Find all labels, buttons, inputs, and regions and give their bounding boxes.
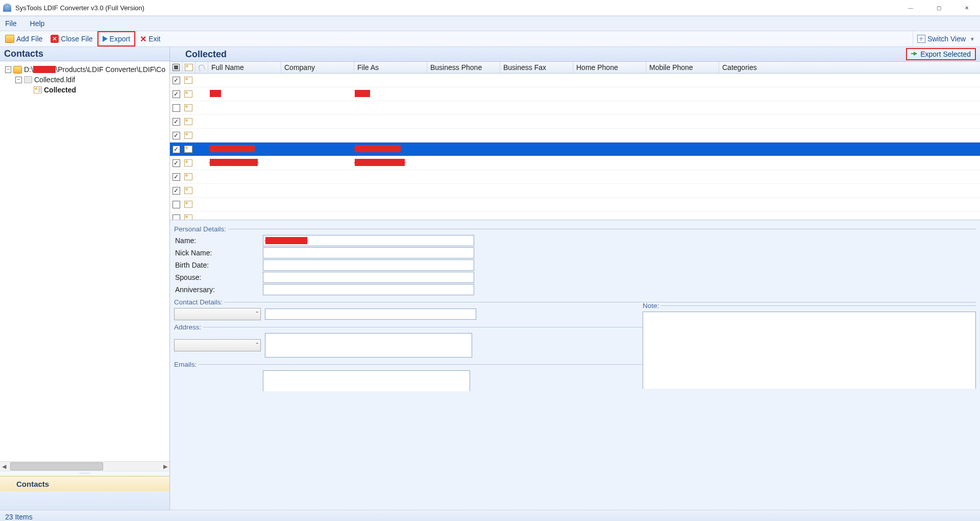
folder-tree[interactable]: − D:\\Products\LDIF Converter\LDIF\Co − …	[0, 61, 169, 461]
row-checkbox[interactable]	[170, 77, 182, 84]
menu-file[interactable]: File	[5, 19, 17, 28]
split-grabber[interactable]	[0, 471, 169, 476]
maximize-button[interactable]: ▢	[933, 3, 945, 13]
grid-col-categories[interactable]: Categories	[719, 62, 980, 73]
grid-col-home-phone[interactable]: Home Phone	[573, 62, 646, 73]
note-group: Note:	[643, 302, 976, 310]
close-badge-icon: ✕	[51, 35, 59, 43]
tree-contacts-row[interactable]: Collected	[4, 85, 165, 95]
row-checkbox[interactable]	[170, 173, 182, 181]
row-icon-cell	[182, 104, 194, 111]
row-checkbox[interactable]	[170, 90, 182, 98]
name-field[interactable]	[263, 235, 474, 246]
export-selected-label: Export Selected	[920, 50, 971, 58]
left-footer[interactable]: Contacts	[0, 476, 169, 491]
title-bar: SysTools LDIF Converter v3.0 (Full Versi…	[0, 0, 980, 16]
birth-field[interactable]	[263, 259, 474, 271]
paperclip-icon	[198, 64, 205, 72]
close-file-label: Close File	[61, 35, 92, 43]
table-row[interactable]	[170, 170, 980, 184]
grid-body[interactable]	[170, 74, 980, 220]
grid-col-full-name[interactable]: Full Name	[208, 62, 281, 73]
grid-col-icon[interactable]	[183, 62, 195, 73]
scroll-right-icon[interactable]: ▶	[161, 463, 169, 470]
scroll-left-icon[interactable]: ◀	[0, 463, 8, 470]
redacted-block	[355, 159, 405, 166]
row-icon-cell	[182, 118, 194, 125]
menu-bar: File Help	[0, 16, 980, 31]
left-footer-label: Contacts	[16, 480, 49, 488]
close-file-button[interactable]: ✕ Close File	[46, 31, 96, 46]
row-checkbox[interactable]	[170, 201, 182, 208]
grid-col-attachment[interactable]	[195, 62, 208, 73]
table-row[interactable]	[170, 211, 980, 220]
table-row[interactable]	[170, 198, 980, 211]
table-row[interactable]	[170, 115, 980, 129]
row-checkbox[interactable]	[170, 132, 182, 139]
table-row[interactable]	[170, 74, 980, 87]
scroll-thumb[interactable]	[10, 462, 103, 470]
nick-field[interactable]	[263, 247, 474, 258]
exit-button[interactable]: ✕ Exit	[136, 31, 164, 46]
name-row: Name:	[174, 235, 976, 246]
export-button[interactable]: Export	[97, 31, 135, 46]
file-icon	[24, 76, 32, 83]
anniv-field[interactable]	[263, 284, 474, 295]
note-legend: Note:	[643, 302, 661, 310]
menu-help[interactable]: Help	[30, 19, 45, 28]
row-checkbox[interactable]	[170, 215, 182, 220]
table-row[interactable]	[170, 156, 980, 170]
redacted-block	[355, 90, 370, 97]
anniv-label: Anniversary:	[174, 286, 263, 294]
close-button[interactable]: ✕	[961, 3, 973, 13]
row-checkbox[interactable]	[170, 187, 182, 195]
table-row[interactable]	[170, 143, 980, 156]
table-row[interactable]	[170, 184, 980, 198]
contact-value-field[interactable]	[265, 309, 476, 320]
table-row[interactable]	[170, 87, 980, 101]
row-checkbox[interactable]	[170, 104, 182, 112]
add-file-button[interactable]: Add File	[1, 31, 46, 46]
emails-field[interactable]	[263, 370, 470, 391]
checkbox-icon	[173, 187, 180, 195]
personal-details-legend: Personal Details:	[174, 225, 228, 233]
red-x-icon: ✕	[140, 34, 146, 44]
grid-col-mobile-phone[interactable]: Mobile Phone	[646, 62, 719, 73]
contact-card-icon	[184, 159, 192, 167]
note-field[interactable]	[643, 312, 976, 389]
row-checkbox[interactable]	[170, 146, 182, 153]
window-buttons: — ▢ ✕	[904, 3, 977, 13]
row-checkbox[interactable]	[170, 159, 182, 167]
name-label: Name:	[174, 236, 263, 245]
contact-card-icon	[184, 201, 192, 208]
tree-file-row[interactable]: − Collected.ldif	[4, 75, 165, 85]
grid-col-company[interactable]: Company	[281, 62, 354, 73]
checkbox-icon	[173, 118, 180, 126]
grid-col-file-as[interactable]: File As	[354, 62, 427, 73]
left-header: Contacts	[0, 47, 169, 61]
right-header: Collected Export Selected	[170, 47, 980, 62]
spouse-field[interactable]	[263, 272, 474, 283]
switch-view-icon	[917, 35, 925, 43]
minimize-button[interactable]: —	[904, 3, 917, 13]
grid-col-business-fax[interactable]: Business Fax	[500, 62, 573, 73]
row-file-as	[352, 90, 424, 99]
table-row[interactable]	[170, 129, 980, 143]
tree-contacts-label: Collected	[44, 86, 76, 94]
contact-type-select[interactable]: ˇ	[174, 308, 261, 320]
switch-view-button[interactable]: Switch View ▼	[913, 31, 979, 46]
grid-select-all[interactable]	[170, 62, 183, 73]
table-row[interactable]	[170, 101, 980, 115]
redacted-block	[210, 145, 255, 152]
tree-root-row[interactable]: − D:\\Products\LDIF Converter\LDIF\Co	[4, 64, 165, 75]
grid-col-business-phone[interactable]: Business Phone	[427, 62, 500, 73]
checkbox-icon	[173, 146, 180, 153]
tree-h-scrollbar[interactable]: ◀ ▶	[0, 461, 169, 471]
export-arrow-icon	[911, 51, 918, 58]
address-type-select[interactable]: ˇ	[174, 339, 261, 351]
export-selected-button[interactable]: Export Selected	[906, 48, 976, 60]
row-checkbox[interactable]	[170, 118, 182, 126]
address-field[interactable]	[265, 333, 472, 358]
collapse-icon[interactable]: −	[15, 77, 22, 83]
collapse-icon[interactable]: −	[5, 66, 11, 73]
